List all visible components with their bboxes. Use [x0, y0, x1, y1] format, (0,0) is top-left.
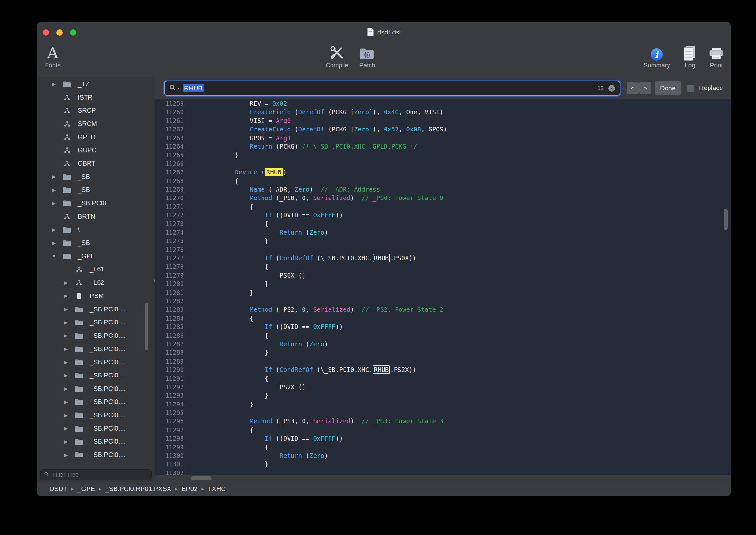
filter-tree-field[interactable] [40, 469, 151, 480]
tree-item[interactable]: ▶_SB.PCI0.... [37, 435, 155, 448]
tree-item-label: _SB.PCI0.... [90, 358, 125, 366]
filter-tree-input[interactable] [52, 471, 148, 479]
tree-item[interactable]: SRCP [37, 104, 155, 117]
disclosure-right-icon[interactable]: ▶ [62, 307, 70, 312]
breadcrumb-item[interactable]: EP02 [181, 485, 198, 493]
tree-item[interactable]: ▶_SB.PCI0.... [37, 408, 155, 422]
clear-icon[interactable]: × [608, 85, 615, 92]
tree-item[interactable]: ▶_SB.PCI0.... [37, 369, 155, 382]
disclosure-right-icon[interactable]: ▶ [50, 81, 58, 87]
compile-button[interactable]: Compile [326, 40, 348, 69]
tree-item[interactable]: ▶_SB.PCI0 [37, 197, 155, 210]
tree-item[interactable]: ▶_SB [37, 236, 155, 250]
disclosure-right-icon[interactable]: ▶ [50, 187, 58, 193]
disclosure-right-icon[interactable]: ▶ [62, 293, 70, 298]
disclosure-right-icon[interactable]: ▶ [50, 201, 58, 206]
disclosure-down-icon[interactable]: ▼ [50, 254, 58, 259]
disclosure-right-icon[interactable]: ▶ [62, 439, 70, 444]
code-text: } [184, 348, 268, 357]
editor-vertical-scrollbar[interactable] [724, 209, 728, 230]
disclosure-right-icon[interactable]: ▶ [62, 346, 70, 352]
line-number: 11261 [155, 117, 184, 125]
code-line: 11286 { [155, 331, 731, 340]
code-line: 11266 [155, 159, 731, 168]
code-text: } [184, 237, 268, 245]
code-line: 11260 CreateField (DerefOf (PCKG [Zero])… [155, 108, 731, 116]
disclosure-right-icon[interactable]: ▶ [62, 426, 70, 431]
done-button[interactable]: Done [655, 81, 681, 95]
disclosure-right-icon[interactable]: ▶ [62, 413, 70, 418]
disclosure-right-icon[interactable]: ▶ [62, 386, 70, 391]
tree-item[interactable]: SRCM [37, 117, 155, 130]
breadcrumb-item[interactable]: _SB.PCI0.RP01.PXSX [105, 485, 171, 493]
code-line: 11289 [155, 357, 731, 365]
tree-item[interactable]: ▶_TZ [37, 77, 155, 91]
disclosure-right-icon[interactable]: ▶ [50, 240, 58, 246]
breadcrumb-item[interactable]: TXHC [208, 485, 226, 493]
patch-button[interactable]: Patch [360, 40, 375, 69]
tree-item[interactable]: ▶_SB.PCI0.... [37, 422, 155, 435]
code-line: 11297 { [155, 426, 731, 434]
code-editor[interactable]: 11259 REV = 0x0211260 CreateField (Deref… [155, 99, 731, 475]
tree-item[interactable]: GUPC [37, 144, 155, 157]
code-line: 11284 { [155, 314, 731, 323]
find-query[interactable]: RHUB [183, 84, 204, 93]
folder-icon [74, 451, 84, 457]
tree-item[interactable]: ▶_SB.PCI0.... [37, 303, 155, 316]
tree-item[interactable]: ▶_SB [37, 183, 155, 197]
tree-item-label: GUPC [78, 147, 96, 154]
tree-item[interactable]: ▶_SB.PCI0.... [37, 355, 155, 369]
fonts-tool[interactable]: A Fonts [45, 40, 61, 69]
disclosure-right-icon[interactable]: ▶ [62, 452, 70, 457]
find-field[interactable]: ▾ RHUB 12 × [164, 81, 620, 96]
find-previous-button[interactable]: < [627, 82, 638, 94]
disclosure-right-icon[interactable]: ▶ [62, 333, 70, 338]
tree-item[interactable]: ▶PSM [37, 289, 155, 303]
tree-item-label: \ [78, 226, 80, 233]
tree-item[interactable]: ▶_L62 [37, 276, 155, 289]
disclosure-right-icon[interactable]: ▶ [62, 373, 70, 378]
breadcrumb-item[interactable]: DSDT [49, 485, 67, 493]
tree-item[interactable]: ▶_SB [37, 170, 155, 183]
editor-horizontal-scrollbar[interactable] [191, 476, 212, 480]
disclosure-right-icon[interactable]: ▶ [62, 320, 70, 325]
tree-item[interactable]: GPLD [37, 130, 155, 144]
find-next-button[interactable]: > [639, 82, 651, 94]
tree-item[interactable]: CBRT [37, 157, 155, 170]
tree-item[interactable]: ISTR [37, 91, 155, 104]
disclosure-right-icon[interactable]: ▶ [50, 174, 58, 179]
search-icon [169, 84, 176, 93]
folder-icon [62, 174, 72, 180]
code-line: 11269 Name (_ADR, Zero) // _ADR: Address [155, 185, 731, 194]
folder-icon [62, 186, 72, 193]
tree-item[interactable]: ▶_SB.PCI0.... [37, 448, 155, 457]
tree-item[interactable]: ▶_SB.PCI0.... [37, 395, 155, 409]
summary-button[interactable]: i Summary [643, 40, 670, 69]
breadcrumb-item[interactable]: _GPE [77, 485, 94, 493]
chevron-down-icon[interactable]: ▾ [177, 86, 179, 91]
sidebar-scrollbar[interactable] [146, 303, 148, 350]
tree-item[interactable]: ▶\ [37, 223, 155, 237]
line-number: 11275 [155, 237, 184, 245]
tree-item[interactable]: _L61 [37, 263, 155, 276]
disclosure-right-icon[interactable]: ▶ [62, 280, 70, 285]
log-button[interactable]: Log [684, 40, 696, 69]
print-button[interactable]: Print [709, 40, 724, 69]
tree-item[interactable]: ▼_GPE [37, 250, 155, 263]
line-number: 11273 [155, 219, 184, 228]
replace-checkbox[interactable] [687, 85, 694, 92]
breadcrumb: DSDT▸_GPE▸_SB.PCI0.RP01.PXSX▸EP02▸TXHC [49, 485, 226, 493]
code-line: 11265 } [155, 151, 731, 159]
disclosure-right-icon[interactable]: ▶ [62, 360, 70, 365]
code-line: 11287 Return (Zero) [155, 340, 731, 348]
tree-item[interactable]: ▶_SB.PCI0.... [37, 342, 155, 356]
tree-item[interactable]: ▶_SB.PCI0.... [37, 382, 155, 395]
code-text: { [184, 177, 239, 185]
code-line: 11273 { [155, 219, 731, 228]
disclosure-right-icon[interactable]: ▶ [62, 399, 70, 405]
disclosure-right-icon[interactable]: ▶ [50, 227, 58, 232]
tree-item[interactable]: ▶_SB.PCI0.... [37, 316, 155, 329]
line-number: 11276 [155, 245, 184, 254]
tree-item[interactable]: ▶_SB.PCI0.... [37, 329, 155, 342]
tree-item[interactable]: BRTN [37, 210, 155, 223]
